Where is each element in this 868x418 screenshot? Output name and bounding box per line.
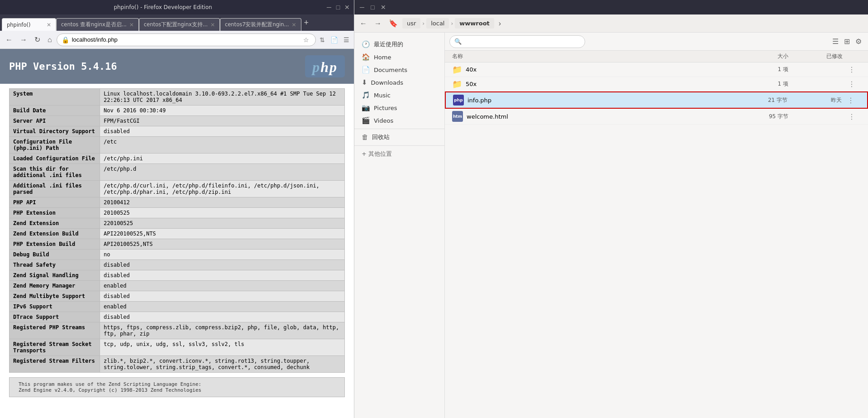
fm-close-button[interactable]: ✕ [379,4,388,11]
table-value: https, ftps, compress.zlib, compress.bzi… [100,322,345,339]
file-row-50x[interactable]: 📁 50x 1 项 ⋮ [445,77,868,91]
breadcrumb-sep2: › [451,20,453,27]
close-button[interactable]: ✕ [344,4,350,10]
table-row: Zend Extension220100525 [10,218,345,229]
sidebar-item-pictures[interactable]: 📷 Pictures [354,101,444,114]
sidebar-item-documents[interactable]: 📄 Documents [354,63,444,76]
breadcrumb-wwwroot[interactable]: wwwroot [455,18,494,29]
table-value: /etc [100,137,345,154]
sidebar-label-recent: 最近使用的 [374,40,403,48]
tab-close-icon[interactable]: ✕ [292,22,296,28]
fm-main: 🔍 ☰ ⊞ ⚙ 名称 大小 已修改 [445,33,868,418]
file-list: 📁 40x 1 项 ⋮ 📁 50x 1 项 [445,62,868,418]
minimize-button[interactable]: ─ [326,4,332,10]
php-footer-line2: Zend Engine v2.4.0, Copyright (c) 1998-2… [19,387,335,393]
table-row: DTrace Supportdisabled [10,312,345,322]
table-key: Zend Signal Handling [10,270,100,281]
refresh-button[interactable]: ↻ [32,34,43,46]
tab-centos3[interactable]: centos7安装并配置ngin... ✕ [220,18,301,31]
sidebar-divider [354,129,444,129]
list-view-button[interactable]: ☰ [830,35,840,48]
file-row-welcomehtml[interactable]: htm welcome.html 95 字节 ⋮ [445,109,868,125]
file-size: 1 项 [734,66,788,73]
table-row: Configuration File (php.ini) Path/etc [10,137,345,154]
bookmark-icon[interactable]: ☆ [301,34,311,45]
table-value: enabled [100,302,345,312]
file-menu-button[interactable]: ⋮ [843,65,861,74]
breadcrumb-usr[interactable]: usr [402,18,420,29]
fm-forward-button[interactable]: → [372,18,384,29]
table-row: PHP Extension BuildAPI20100525,NTS [10,239,345,250]
file-row-infophp[interactable]: php info.php 21 字节 昨天 ⋮ [445,91,868,109]
sidebar-item-home[interactable]: 🏠 Home [354,51,444,63]
reader-icon[interactable]: 📄 [329,34,340,45]
sidebar-item-trash[interactable]: 🗑 回收站 [354,131,444,144]
sidebar-label-videos: Videos [374,117,393,124]
tab-close-icon[interactable]: ✕ [210,22,215,28]
file-menu-button[interactable]: ⋮ [842,96,860,105]
menu-icon[interactable]: ☰ [342,34,351,45]
table-key: Registered Stream Filters [10,356,100,373]
table-key: Virtual Directory Support [10,126,100,137]
recent-icon: 🕐 [362,40,370,48]
nav-bar: ← → ↻ ⌂ 🔒 ☆ ⇅ 📄 ☰ [0,31,354,49]
new-tab-button[interactable]: + [301,18,312,28]
browser-title: phpinfo() - Firefox Developer Edition [4,4,322,10]
sync-icon[interactable]: ⇅ [318,34,327,45]
file-name: 40x [466,66,477,73]
browser-content: PHP Version 5.4.16 php SystemLinux local… [0,49,354,418]
grid-view-button[interactable]: ⊞ [842,35,852,48]
tab-label: centos 查看nginx是否启... [61,21,127,28]
address-input[interactable] [72,36,299,43]
music-icon: 🎵 [362,91,370,99]
sidebar-other-locations[interactable]: + 其他位置 [354,148,444,160]
sidebar-item-music[interactable]: 🎵 Music [354,89,444,101]
tab-label: phpinfo() [7,22,30,28]
sidebar-label-downloads: Downloads [371,79,403,86]
table-value: /etc/php.d [100,164,345,181]
table-row: SystemLinux localhost.localdomain 3.10.0… [10,89,345,106]
file-menu-button[interactable]: ⋮ [843,112,861,121]
table-row: Loaded Configuration File/etc/php.ini [10,154,345,164]
settings-button[interactable]: ⚙ [854,35,863,48]
tab-centos1[interactable]: centos 查看nginx是否启... ✕ [56,18,139,31]
table-row: PHP API20100412 [10,197,345,208]
table-key: Registered PHP Streams [10,322,100,339]
file-row-40x[interactable]: 📁 40x 1 项 ⋮ [445,62,868,77]
maximize-button[interactable]: □ [335,4,341,10]
file-size: 21 字节 [733,96,787,104]
tab-close-icon[interactable]: ✕ [47,22,51,28]
sidebar-item-downloads[interactable]: ⬇ Downloads [354,76,444,89]
table-row: Registered PHP Streamshttps, ftps, compr… [10,322,345,339]
tab-phpinfo[interactable]: phpinfo() ✕ [2,18,56,31]
breadcrumb-sep1: › [422,20,424,27]
fm-breadcrumb-expand[interactable]: › [496,18,504,29]
home-button[interactable]: ⌂ [45,34,55,46]
table-value: tcp, udp, unix, udg, ssl, sslv3, sslv2, … [100,339,345,356]
file-size: 1 项 [734,80,788,88]
fm-maximize-button[interactable]: □ [369,4,376,11]
back-button[interactable]: ← [3,34,15,46]
fm-back-button[interactable]: ← [357,18,370,29]
php-footer: This program makes use of the Zend Scrip… [9,377,345,397]
folder-icon: 📁 [452,65,462,74]
forward-button[interactable]: → [17,34,30,46]
search-input[interactable] [464,38,580,45]
sidebar-item-videos[interactable]: 🎬 Videos [354,114,444,127]
table-row: IPv6 Supportenabled [10,302,345,312]
table-value: enabled [100,281,345,291]
tab-close-icon[interactable]: ✕ [129,22,134,28]
table-key: Zend Multibyte Support [10,291,100,302]
browser-window: phpinfo() - Firefox Developer Edition ─ … [0,0,354,418]
sidebar-label-documents: Documents [374,67,407,73]
file-menu-button[interactable]: ⋮ [843,80,861,88]
tab-centos2[interactable]: centos下配置nginx支持... ✕ [139,18,220,31]
table-row: Registered Stream Socket Transportstcp, … [10,339,345,356]
address-bar: 🔒 ☆ [57,34,316,46]
fm-minimize-button[interactable]: ─ [358,4,366,11]
breadcrumb-local[interactable]: local [426,18,449,29]
table-key: Zend Memory Manager [10,281,100,291]
sidebar-item-recent[interactable]: 🕐 最近使用的 [354,38,444,51]
fm-bookmark-btn[interactable]: 🔖 [386,17,401,29]
col-name: 名称 [452,53,734,60]
